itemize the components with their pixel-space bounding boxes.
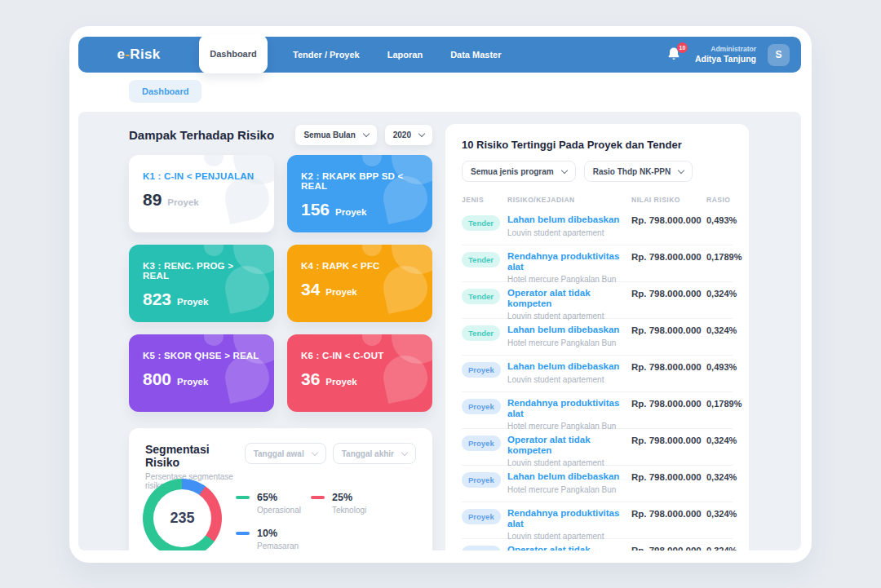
impact-card-title: K5 : SKOR QHSE > REAL xyxy=(143,351,261,360)
tab-dashboard[interactable]: Dashboard xyxy=(199,34,268,73)
decor-circle-icon xyxy=(204,245,224,256)
impact-card-metric: 89 Proyek xyxy=(143,190,261,210)
impact-card[interactable]: K2 : RKAPK BPP SD < REAL 156 Proyek xyxy=(287,155,432,232)
end-date-filter[interactable]: Tanggal akhir xyxy=(333,443,416,464)
notifications-button[interactable]: 10 xyxy=(666,46,684,64)
risk-title-link[interactable]: Operator alat tidak kompeten xyxy=(507,545,631,550)
risk-title-link[interactable]: Lahan belum dibebaskan xyxy=(507,325,631,335)
risk-value: Rp. 798.000.000 xyxy=(631,545,706,550)
breadcrumb-label: Dashboard xyxy=(142,86,188,96)
nav-item-label: Laporan xyxy=(387,50,423,60)
legend-item: 10% Pemasaran xyxy=(236,528,311,550)
risk-ratio: 0,324% xyxy=(706,471,737,482)
start-date-filter[interactable]: Tanggal awal xyxy=(245,443,326,464)
nav-item[interactable]: Tender / Proyek xyxy=(279,50,374,60)
decor-circle-icon xyxy=(204,155,224,166)
legend-percent: 25% xyxy=(332,492,366,503)
month-filter-value: Semua Bulan xyxy=(303,130,355,139)
nav-item[interactable]: Laporan xyxy=(374,50,436,60)
risk-value: Rp. 798.000.000 xyxy=(631,325,706,335)
impact-card-title: K3 : RENC. PROG > REAL xyxy=(143,261,261,281)
table-row[interactable]: Proyek Rendahnya produktivitas alat Louv… xyxy=(462,502,733,539)
program-filter-value: Semua jenis program xyxy=(471,167,554,176)
risk-filters: Semua jenis program Rasio Thdp NK-PPN xyxy=(462,161,733,182)
table-row[interactable]: Tender Lahan belum dibebaskan Hotel merc… xyxy=(462,319,733,356)
impact-card-value: 823 xyxy=(143,290,171,309)
chevron-down-icon xyxy=(418,130,425,137)
risk-project: Louvin student apartement xyxy=(507,228,631,237)
table-header: JENIS RISIKO/KEJADIAN NILAI RISIKO RASIO xyxy=(462,196,733,204)
table-row[interactable]: Proyek Operator alat tidak kompeten Louv… xyxy=(462,429,733,466)
nav-menu: Tender / Proyek Laporan Data Master xyxy=(279,50,515,60)
risk-panel-title: 10 Risiko Tertinggi Pada Proyek dan Tend… xyxy=(462,139,733,151)
risk-project: Louvin student apartement xyxy=(507,458,631,467)
risk-project: Louvin student apartement xyxy=(507,312,631,321)
segmentation-card: Segmentasi Risiko Persentase segmentase … xyxy=(129,428,432,550)
donut-total: 235 xyxy=(170,510,194,527)
impact-card-unit: Proyek xyxy=(325,377,356,387)
impact-card[interactable]: K3 : RENC. PROG > REAL 823 Proyek xyxy=(129,245,274,322)
impact-card-title: K1 : C-IN < PENJUALAN xyxy=(143,171,261,181)
type-badge: Proyek xyxy=(462,472,501,488)
column-header-rasio: RASIO xyxy=(706,196,733,204)
risk-title-link[interactable]: Lahan belum dibebaskan xyxy=(507,471,631,482)
user-info[interactable]: Administrator Aditya Tanjung xyxy=(695,45,756,64)
notification-count-badge: 10 xyxy=(677,42,688,53)
impact-card-value: 89 xyxy=(143,190,162,210)
chevron-down-icon xyxy=(560,166,567,173)
risk-title-link[interactable]: Operator alat tidak kompeten xyxy=(507,288,631,308)
table-body: Tender Lahan belum dibebaskan Louvin stu… xyxy=(462,209,733,550)
impact-card[interactable]: K1 : C-IN < PENJUALAN 89 Proyek xyxy=(129,155,274,232)
risk-ratio: 0,324% xyxy=(706,508,737,519)
impact-card-value: 800 xyxy=(143,369,171,389)
risk-title-link[interactable]: Rendahnya produktivitas alat xyxy=(507,398,631,418)
risk-title-link[interactable]: Operator alat tidak kompeten xyxy=(507,435,631,455)
program-filter[interactable]: Semua jenis program xyxy=(462,161,576,182)
month-filter[interactable]: Semua Bulan xyxy=(295,125,376,145)
legend-dash-icon xyxy=(236,532,250,535)
breadcrumb[interactable]: Dashboard xyxy=(129,80,201,103)
table-row[interactable]: Tender Lahan belum dibebaskan Louvin stu… xyxy=(462,209,733,245)
risk-value: Rp. 798.000.000 xyxy=(631,214,706,225)
decor-circle-icon xyxy=(362,245,382,256)
risk-title-link[interactable]: Lahan belum dibebaskan xyxy=(507,361,631,372)
table-row[interactable]: Proyek Lahan belum dibebaskan Hotel merc… xyxy=(462,466,733,502)
legend-label: Pemasaran xyxy=(257,542,299,550)
risk-title-link[interactable]: Rendahnya produktivitas alat xyxy=(507,251,631,272)
risk-ratio: 0,1789% xyxy=(706,398,742,409)
risk-title-link[interactable]: Lahan belum dibebaskan xyxy=(507,214,631,225)
legend-dash-icon xyxy=(311,496,325,499)
risk-ratio: 0,1789% xyxy=(706,251,742,262)
type-badge: Tender xyxy=(462,325,500,341)
impact-card[interactable]: K6 : C-IN < C-OUT 36 Proyek xyxy=(287,334,432,412)
impact-card-metric: 156 Proyek xyxy=(301,200,419,219)
type-badge: Proyek xyxy=(462,362,501,378)
ratio-filter[interactable]: Rasio Thdp NK-PPN xyxy=(584,161,693,182)
impact-card[interactable]: K4 : RAPK < PFC 34 Proyek xyxy=(287,245,432,322)
impact-card-value: 156 xyxy=(301,200,330,219)
type-badge: Proyek xyxy=(462,509,501,524)
risk-ratio: 0,324% xyxy=(706,325,737,335)
impact-card[interactable]: K5 : SKOR QHSE > REAL 800 Proyek xyxy=(129,334,274,412)
table-row[interactable]: Proyek Lahan belum dibebaskan Louvin stu… xyxy=(462,356,733,392)
legend-dash-icon xyxy=(236,496,250,499)
nav-item[interactable]: Data Master xyxy=(436,50,515,60)
avatar[interactable]: S xyxy=(768,44,790,66)
logo-suffix: Risk xyxy=(130,46,160,62)
app-card: e-Risk Dashboard Tender / Proyek Laporan xyxy=(69,26,812,563)
type-badge: Tender xyxy=(462,289,500,304)
table-row[interactable]: Tender Rendahnya produktivitas alat Hote… xyxy=(462,245,733,282)
table-row[interactable]: Tender Operator alat tidak kompeten Louv… xyxy=(462,282,733,319)
risk-ratio: 0,324% xyxy=(706,545,737,550)
table-row[interactable]: Proyek Rendahnya produktivitas alat Hote… xyxy=(462,392,733,429)
year-filter[interactable]: 2020 xyxy=(385,125,432,145)
risk-value: Rp. 798.000.000 xyxy=(631,508,706,519)
risk-ratio: 0,493% xyxy=(706,214,737,225)
legend-percent: 65% xyxy=(257,492,301,503)
risk-title-link[interactable]: Rendahnya produktivitas alat xyxy=(507,508,631,528)
navbar: e-Risk Dashboard Tender / Proyek Laporan xyxy=(78,37,801,73)
donut-chart-wrap: 235 xyxy=(143,479,222,550)
user-name: Aditya Tanjung xyxy=(695,54,756,64)
risk-value: Rp. 798.000.000 xyxy=(631,435,706,445)
start-date-value: Tanggal awal xyxy=(254,449,304,458)
